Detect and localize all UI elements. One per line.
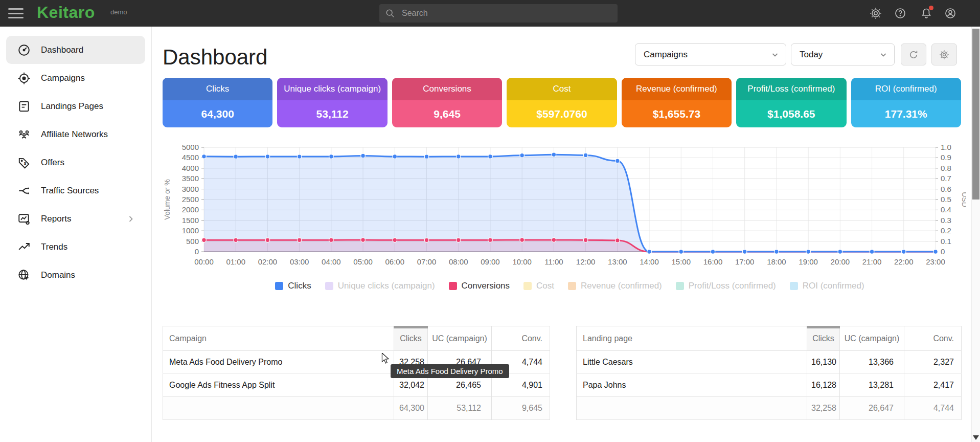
app-logo[interactable]: Keitaro: [37, 3, 95, 22]
sidebar-item-label: Dashboard: [41, 45, 83, 55]
svg-text:4000: 4000: [182, 164, 199, 172]
stat-card-revenue-confirmed[interactable]: Revenue (confirmed)$1,655.73: [622, 78, 732, 127]
landing-pages-table: Landing pageClicksUC (campaign)Conv.Litt…: [576, 326, 962, 420]
stat-card-unique-clicks-campaign[interactable]: Unique clicks (campaign)53,112: [277, 78, 387, 127]
traffic-sources-icon: [17, 184, 31, 197]
chevron-down-icon: [879, 51, 887, 59]
stat-card-value: $1,655.73: [622, 100, 732, 127]
column-header-uc-campaign[interactable]: UC (campaign): [840, 326, 904, 351]
svg-text:07:00: 07:00: [417, 257, 437, 266]
sidebar-nav: DashboardCampaignsLandings PagesAffiliat…: [0, 36, 151, 289]
environment-label: demo: [110, 8, 127, 16]
column-header-landing-page[interactable]: Landing page: [577, 326, 807, 351]
sidebar-item-label: Offers: [41, 158, 64, 168]
svg-text:09:00: 09:00: [481, 257, 500, 266]
sidebar-item-traffic-sources[interactable]: Traffic Sources: [6, 176, 145, 205]
svg-text:1500: 1500: [182, 216, 199, 225]
column-header-clicks[interactable]: Clicks: [394, 326, 428, 351]
dashboard-icon: [17, 43, 31, 57]
sidebar-item-trends[interactable]: Trends: [6, 233, 145, 261]
svg-text:0.5: 0.5: [941, 195, 951, 204]
svg-text:0.2: 0.2: [941, 226, 951, 235]
legend-label: Profit/Loss (confirmed): [689, 281, 776, 291]
sidebar-item-offers[interactable]: $Offers: [6, 148, 145, 176]
svg-text:00:00: 00:00: [194, 257, 214, 266]
sidebar-item-landings-pages[interactable]: Landings Pages: [6, 92, 145, 120]
row-value-cell: 16,128: [807, 374, 840, 397]
stat-card-clicks[interactable]: Clicks64,300: [163, 78, 272, 127]
hamburger-menu-icon[interactable]: [8, 7, 24, 19]
settings-icon[interactable]: [868, 5, 884, 21]
svg-text:02:00: 02:00: [258, 257, 278, 266]
scrollbar-thumb[interactable]: [972, 29, 979, 200]
column-header-conv[interactable]: Conv.: [492, 326, 550, 351]
page-title: Dashboard: [163, 45, 267, 70]
row-value-cell: 13,281: [840, 374, 904, 397]
sidebar-item-label: Domains: [41, 270, 75, 280]
legend-item-unique-clicks-campaign[interactable]: Unique clicks (campaign): [325, 281, 435, 291]
search-bar[interactable]: [379, 4, 618, 23]
legend-item-cost[interactable]: Cost: [523, 281, 554, 291]
sidebar-item-campaigns[interactable]: Campaigns: [6, 64, 145, 92]
notifications-bell-icon[interactable]: [918, 5, 935, 21]
legend-item-profit-loss-confirmed[interactable]: Profit/Loss (confirmed): [676, 281, 776, 291]
search-input[interactable]: [401, 8, 611, 18]
table-totals-row: 32,25826,6474,744: [577, 397, 962, 420]
table-row[interactable]: Papa Johns16,12813,2812,417: [577, 374, 962, 397]
dashboard-settings-button[interactable]: [931, 43, 957, 65]
stat-card-value: $597.0760: [507, 100, 617, 127]
sidebar-item-label: Campaigns: [41, 73, 85, 83]
refresh-icon: [908, 49, 919, 60]
row-hover-tooltip: Meta Ads Food Delivery Promo: [391, 364, 509, 378]
sidebar-item-domains[interactable]: Domains: [6, 261, 145, 289]
column-header-campaign[interactable]: Campaign: [163, 326, 394, 351]
svg-text:12:00: 12:00: [576, 257, 596, 266]
stat-card-value: 64,300: [163, 100, 272, 127]
legend-swatch: [568, 282, 576, 290]
legend-item-roi-confirmed[interactable]: ROI (confirmed): [790, 281, 864, 291]
totals-cell: 4,744: [904, 397, 962, 420]
legend-item-revenue-confirmed[interactable]: Revenue (confirmed): [568, 281, 662, 291]
date-range-select[interactable]: Today: [791, 43, 895, 65]
svg-text:5000: 5000: [182, 143, 199, 151]
svg-text:23:00: 23:00: [926, 257, 945, 266]
legend-item-conversions[interactable]: Conversions: [449, 281, 510, 291]
stat-card-value: $1,058.65: [736, 100, 846, 127]
page-scrollbar[interactable]: [971, 27, 980, 442]
scroll-down-arrow[interactable]: [973, 434, 979, 440]
sidebar-item-affiliate-networks[interactable]: Affiliate Networks: [6, 120, 145, 148]
totals-cell: 53,112: [428, 397, 492, 420]
column-header-uc-campaign[interactable]: UC (campaign): [428, 326, 492, 351]
help-icon[interactable]: [892, 5, 908, 21]
stat-card-label: Revenue (confirmed): [622, 78, 732, 100]
sidebar-item-dashboard[interactable]: Dashboard: [6, 36, 145, 64]
notification-badge: [929, 6, 933, 10]
refresh-button[interactable]: [901, 43, 926, 65]
stat-card-roi-confirmed[interactable]: ROI (confirmed)177.31%: [851, 78, 961, 127]
row-name-cell: Google Ads Fitness App Split: [163, 374, 394, 397]
table-row[interactable]: Little Caesars16,13013,3662,327: [577, 351, 962, 374]
svg-text:10:00: 10:00: [512, 257, 532, 266]
sidebar-item-reports[interactable]: Reports: [6, 205, 145, 233]
stat-card-conversions[interactable]: Conversions9,645: [392, 78, 502, 127]
svg-text:01:00: 01:00: [226, 257, 245, 266]
column-header-conv[interactable]: Conv.: [904, 326, 962, 351]
svg-text:$: $: [24, 161, 27, 165]
campaigns-filter-select[interactable]: Campaigns: [635, 43, 786, 65]
svg-text:0.1: 0.1: [941, 237, 951, 246]
svg-text:21:00: 21:00: [862, 257, 882, 266]
stat-card-label: Profit/Loss (confirmed): [736, 78, 846, 100]
sidebar-item-label: Reports: [41, 214, 72, 224]
svg-text:0: 0: [195, 247, 199, 256]
sidebar-item-label: Landings Pages: [41, 101, 103, 112]
row-value-cell: 2,417: [904, 374, 962, 397]
top-bar: Keitaro demo: [0, 0, 980, 27]
svg-text:4500: 4500: [182, 153, 199, 162]
stat-card-profit-loss-confirmed[interactable]: Profit/Loss (confirmed)$1,058.65: [736, 78, 846, 127]
account-icon[interactable]: [942, 5, 959, 21]
column-header-clicks[interactable]: Clicks: [807, 326, 840, 351]
stat-card-cost[interactable]: Cost$597.0760: [507, 78, 617, 127]
row-value-cell: 16,130: [807, 351, 840, 374]
svg-text:14:00: 14:00: [640, 257, 659, 266]
legend-item-clicks[interactable]: Clicks: [275, 281, 311, 291]
